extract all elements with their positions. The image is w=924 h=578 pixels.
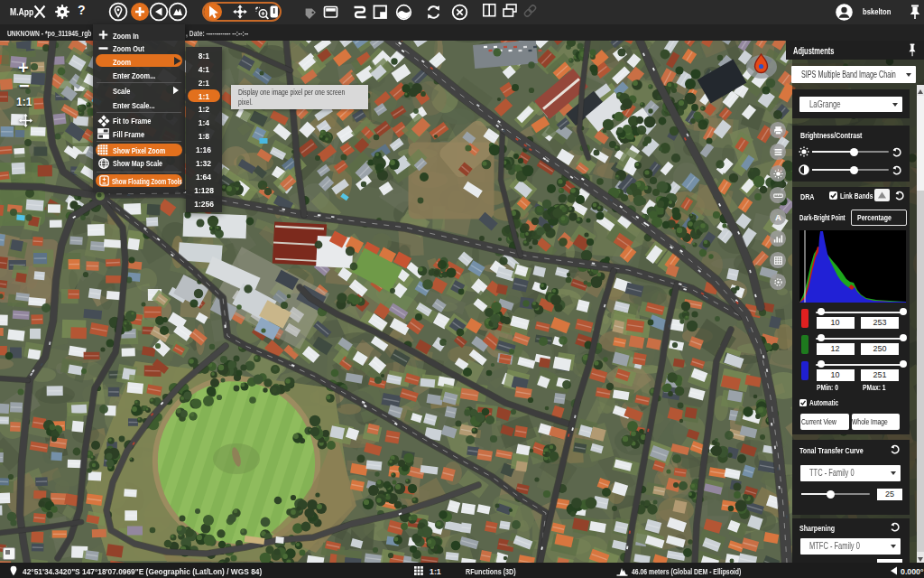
svg-text:A: A [775, 212, 781, 222]
